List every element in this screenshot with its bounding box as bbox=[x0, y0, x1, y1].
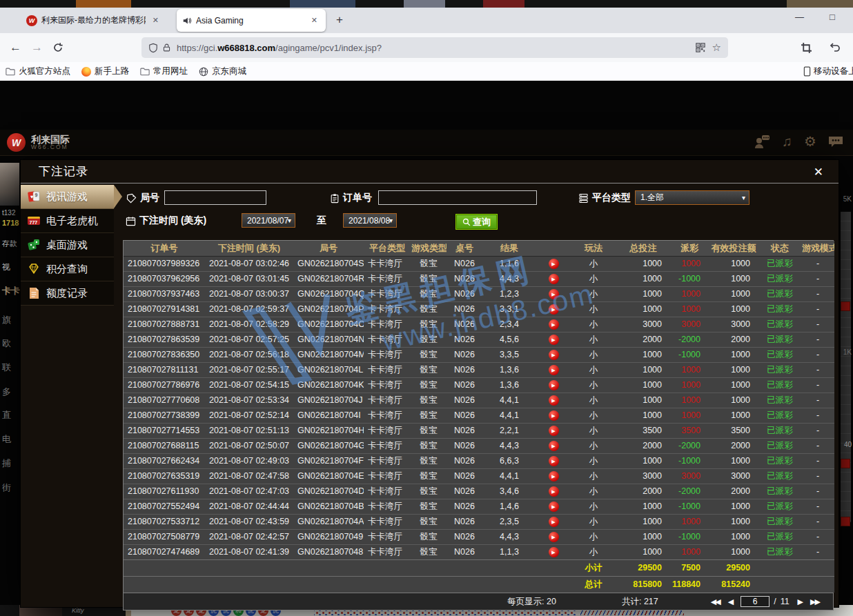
cell-status: 已派彩 bbox=[758, 408, 801, 423]
screenshot-crop-icon[interactable] bbox=[801, 42, 812, 54]
speaker-icon[interactable] bbox=[182, 16, 192, 26]
replay-play-icon[interactable]: ▶ bbox=[549, 532, 559, 542]
replay-play-icon[interactable]: ▶ bbox=[549, 335, 559, 345]
chat-bubble-icon[interactable] bbox=[828, 135, 843, 148]
lock-icon[interactable] bbox=[162, 43, 171, 52]
tab-lilai[interactable]: W 利来国际-最给力的老牌博彩网站 ✕ bbox=[21, 9, 167, 32]
bookmark-mobile-devices[interactable]: 移动设备上的书签 bbox=[803, 66, 853, 77]
cell-result: 4,5,6 bbox=[482, 332, 536, 347]
sidebar-item-points[interactable]: 积分查询 bbox=[21, 257, 114, 281]
replay-play-icon[interactable]: ▶ bbox=[549, 441, 559, 451]
records-table-block: 订单号 下注时间 (美东) 局号 平台类型 游戏类型 桌号 结果 玩法 总 bbox=[123, 240, 834, 610]
replay-play-icon[interactable]: ▶ bbox=[549, 395, 559, 406]
cell-time: 2021-08-07 03:02:46 bbox=[205, 256, 293, 271]
next-page-button[interactable]: ▶ bbox=[798, 597, 802, 606]
settings-gear-icon[interactable]: ⚙ bbox=[804, 134, 816, 149]
browser-nav-bar: ← → https://gci.w668818.com/agingame/pcv… bbox=[0, 33, 853, 62]
sidebar-item-table-games[interactable]: 桌面游戏 bbox=[21, 233, 114, 257]
platform-type-select[interactable]: 1.全部 bbox=[635, 190, 749, 205]
records-table: 订单号 下注时间 (美东) 局号 平台类型 游戏类型 桌号 结果 玩法 总 bbox=[124, 241, 834, 593]
round-number-input[interactable] bbox=[164, 190, 266, 205]
cell-order: 210807027635319 bbox=[124, 468, 205, 484]
prev-page-button[interactable]: ◀ bbox=[728, 597, 732, 606]
cell-game-type: 骰宝 bbox=[411, 256, 447, 271]
forward-button[interactable]: → bbox=[31, 41, 43, 54]
replay-play-icon[interactable]: ▶ bbox=[549, 410, 559, 421]
cell-total-bet: 1000 bbox=[616, 408, 670, 423]
customer-support-icon[interactable] bbox=[754, 135, 770, 148]
cell-method: 小 bbox=[571, 544, 616, 559]
date-from-select[interactable]: 2021/08/07 bbox=[242, 213, 295, 228]
menu-fragment: 多 bbox=[2, 386, 11, 398]
replay-play-icon[interactable]: ▶ bbox=[549, 456, 559, 466]
back-button[interactable]: ← bbox=[10, 41, 21, 54]
table-row: 2108070278363502021-08-07 02:56:18GN0262… bbox=[124, 347, 834, 362]
replay-play-icon[interactable]: ▶ bbox=[549, 259, 559, 269]
bookmark-getting-started[interactable]: 新手上路 bbox=[81, 66, 129, 77]
sidebar-item-credit-records[interactable]: 额度记录 bbox=[21, 281, 114, 306]
reload-button[interactable] bbox=[52, 42, 63, 53]
sidebar-item-label: 视讯游戏 bbox=[46, 190, 88, 203]
replay-play-icon[interactable]: ▶ bbox=[549, 365, 559, 375]
cell-result: 4,4,3 bbox=[482, 529, 536, 544]
cell-table: N026 bbox=[447, 499, 482, 514]
window-minimize-button[interactable]: — bbox=[795, 12, 804, 22]
bookmark-star-icon[interactable]: ☆ bbox=[712, 41, 721, 54]
balance-fragment: 1718 bbox=[2, 219, 19, 227]
replay-play-icon[interactable]: ▶ bbox=[549, 471, 559, 481]
bookmark-jd[interactable]: 京东商城 bbox=[199, 66, 246, 77]
order-number-input[interactable] bbox=[378, 190, 537, 205]
cell-order: 210807037989326 bbox=[124, 256, 205, 271]
replay-play-icon[interactable]: ▶ bbox=[549, 547, 559, 557]
cell-time: 2021-08-07 03:00:37 bbox=[205, 286, 293, 301]
value-fragment: 5K bbox=[843, 195, 852, 203]
sidebar-item-live-games[interactable]: ♥9 视讯游戏 bbox=[21, 185, 114, 209]
bookmark-label: 京东商城 bbox=[212, 66, 246, 77]
cell-table: N026 bbox=[447, 332, 482, 347]
url-bar[interactable]: https://gci.w668818.com/agingame/pcv1/in… bbox=[141, 37, 728, 58]
first-page-button[interactable]: ◀◀ bbox=[711, 597, 720, 606]
replay-play-icon[interactable]: ▶ bbox=[549, 289, 559, 299]
cell-order: 210807027508779 bbox=[124, 529, 205, 544]
bookmark-label: 火狐官方站点 bbox=[19, 66, 70, 77]
sidebar-item-slots[interactable]: 777 电子老虎机 bbox=[21, 209, 114, 233]
replay-play-icon[interactable]: ▶ bbox=[549, 274, 559, 284]
modal-close-icon[interactable]: ✕ bbox=[814, 165, 823, 179]
replay-play-icon[interactable]: ▶ bbox=[549, 380, 559, 390]
replay-play-icon[interactable]: ▶ bbox=[549, 319, 559, 330]
page-number-input[interactable] bbox=[741, 596, 769, 607]
cell-result: 4,4,3 bbox=[482, 271, 536, 286]
replay-play-icon[interactable]: ▶ bbox=[549, 426, 559, 436]
tab-close-icon[interactable]: ✕ bbox=[150, 14, 161, 26]
bookmark-firefox-official[interactable]: 火狐官方站点 bbox=[6, 66, 70, 77]
cell-total-bet: 3000 bbox=[616, 317, 670, 332]
music-icon[interactable]: ♫ bbox=[782, 134, 792, 149]
last-page-button[interactable]: ▶▶ bbox=[810, 597, 819, 606]
diamond-icon bbox=[27, 262, 41, 276]
cell-time: 2021-08-07 02:58:29 bbox=[205, 317, 293, 332]
window-maximize-button[interactable]: □ bbox=[830, 12, 835, 22]
replay-play-icon[interactable]: ▶ bbox=[549, 304, 559, 315]
cell-status: 已派彩 bbox=[758, 393, 801, 408]
bookmark-common-sites[interactable]: 常用网址 bbox=[140, 66, 188, 77]
qr-code-icon[interactable] bbox=[696, 43, 705, 52]
new-tab-button[interactable]: + bbox=[336, 13, 343, 27]
undo-arrow-icon[interactable] bbox=[828, 42, 841, 53]
cell-game-mode: - bbox=[801, 423, 834, 438]
cell-game-mode: - bbox=[801, 484, 834, 499]
tab-asia-gaming[interactable]: Asia Gaming ✕ bbox=[177, 9, 326, 32]
cell-table: N026 bbox=[447, 301, 482, 317]
tab-close-icon[interactable]: ✕ bbox=[308, 14, 320, 26]
red-tile-fragment bbox=[841, 301, 850, 311]
cell-platform: 卡卡湾厅 bbox=[364, 423, 411, 438]
cell-total-bet: 1000 bbox=[616, 256, 670, 271]
replay-play-icon[interactable]: ▶ bbox=[549, 501, 559, 512]
replay-play-icon[interactable]: ▶ bbox=[549, 350, 559, 360]
replay-play-icon[interactable]: ▶ bbox=[549, 517, 559, 527]
table-row: 2108070275087792021-08-07 02:42:57GN0262… bbox=[124, 529, 834, 544]
cell-method: 小 bbox=[571, 256, 616, 271]
search-button[interactable]: 查询 bbox=[455, 214, 498, 230]
replay-play-icon[interactable]: ▶ bbox=[549, 486, 559, 497]
shield-icon[interactable] bbox=[148, 43, 158, 53]
date-to-select[interactable]: 2021/08/08 bbox=[343, 213, 397, 228]
